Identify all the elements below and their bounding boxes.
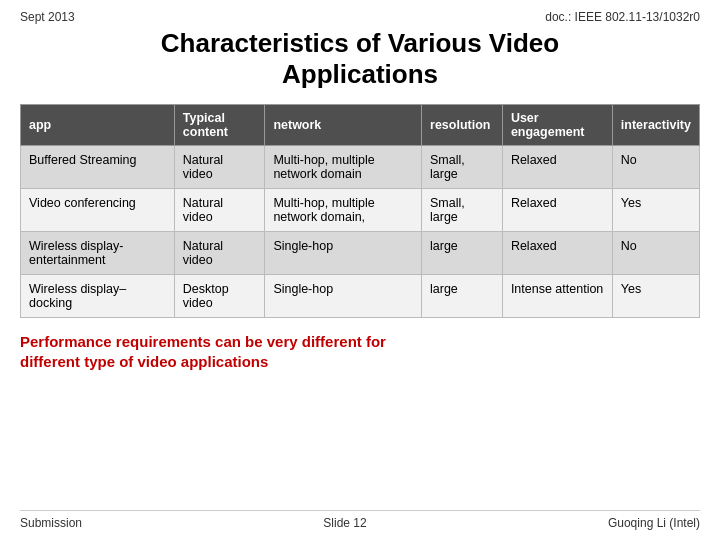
cell-resolution: Small, large: [422, 146, 503, 189]
cell-interactivity: Yes: [612, 189, 699, 232]
table-row: Video conferencingNatural videoMulti-hop…: [21, 189, 700, 232]
cell-interactivity: No: [612, 146, 699, 189]
col-header-user-engagement: User engagement: [502, 105, 612, 146]
cell-user_engagement: Intense attention: [502, 275, 612, 318]
cell-typical_content: Natural video: [174, 189, 265, 232]
table-header-row: app Typical content network resolution U…: [21, 105, 700, 146]
col-header-app: app: [21, 105, 175, 146]
footer-center: Slide 12: [323, 516, 366, 530]
cell-app: Wireless display– docking: [21, 275, 175, 318]
cell-resolution: Small, large: [422, 189, 503, 232]
conclusion: Performance requirements can be very dif…: [20, 332, 700, 371]
cell-app: Video conferencing: [21, 189, 175, 232]
cell-network: Single-hop: [265, 275, 422, 318]
col-header-interactivity: interactivity: [612, 105, 699, 146]
cell-typical_content: Natural video: [174, 232, 265, 275]
cell-interactivity: Yes: [612, 275, 699, 318]
col-header-resolution: resolution: [422, 105, 503, 146]
page-title: Characteristics of Various Video Applica…: [20, 28, 700, 90]
title-section: Characteristics of Various Video Applica…: [20, 28, 700, 90]
cell-typical_content: Natural video: [174, 146, 265, 189]
cell-app: Wireless display- entertainment: [21, 232, 175, 275]
characteristics-table: app Typical content network resolution U…: [20, 104, 700, 318]
table-row: Wireless display- entertainmentNatural v…: [21, 232, 700, 275]
table-row: Buffered StreamingNatural videoMulti-hop…: [21, 146, 700, 189]
cell-resolution: large: [422, 275, 503, 318]
cell-network: Single-hop: [265, 232, 422, 275]
cell-resolution: large: [422, 232, 503, 275]
cell-app: Buffered Streaming: [21, 146, 175, 189]
col-header-typical-content: Typical content: [174, 105, 265, 146]
doc-label: doc.: IEEE 802.11-13/1032r0: [545, 10, 700, 24]
cell-user_engagement: Relaxed: [502, 146, 612, 189]
col-header-network: network: [265, 105, 422, 146]
page: Sept 2013 doc.: IEEE 802.11-13/1032r0 Ch…: [0, 0, 720, 540]
footer: Submission Slide 12 Guoqing Li (Intel): [20, 510, 700, 530]
top-bar: Sept 2013 doc.: IEEE 802.11-13/1032r0: [20, 10, 700, 24]
cell-interactivity: No: [612, 232, 699, 275]
date-label: Sept 2013: [20, 10, 75, 24]
table-row: Wireless display– dockingDesktop videoSi…: [21, 275, 700, 318]
cell-network: Multi-hop, multiple network domain,: [265, 189, 422, 232]
footer-right: Guoqing Li (Intel): [608, 516, 700, 530]
cell-user_engagement: Relaxed: [502, 232, 612, 275]
cell-typical_content: Desktop video: [174, 275, 265, 318]
cell-network: Multi-hop, multiple network domain: [265, 146, 422, 189]
cell-user_engagement: Relaxed: [502, 189, 612, 232]
footer-left: Submission: [20, 516, 82, 530]
